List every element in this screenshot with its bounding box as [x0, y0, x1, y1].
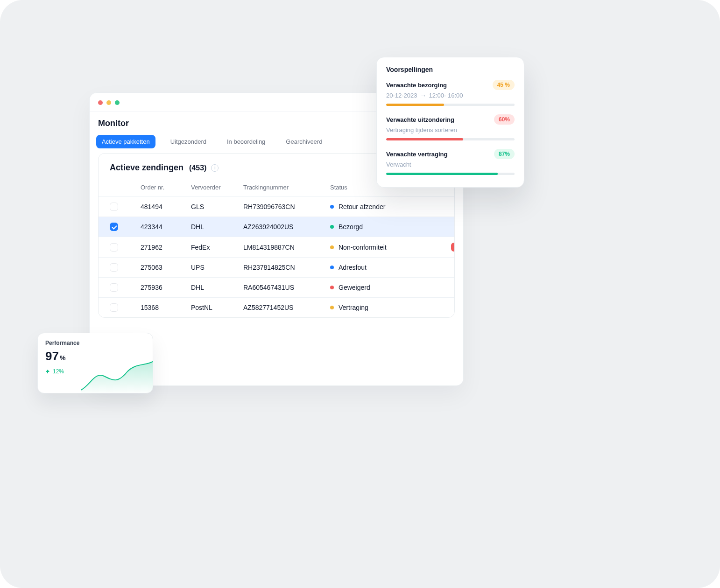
table-row[interactable]: 271962FedExLM814319887CNNon-conformiteit… — [99, 237, 454, 257]
cell-tracking: RH237814825CN — [243, 264, 330, 271]
status-dot-icon — [330, 286, 334, 289]
window-close-button[interactable] — [98, 100, 103, 105]
cell-carrier: FedEx — [191, 244, 243, 251]
prediction-item: Verwachte vertraging87%Verwacht — [386, 149, 515, 175]
status-dot-icon — [330, 306, 334, 309]
prediction-subtext: Vertraging tijdens sorteren — [386, 126, 515, 133]
cell-progress: 3 / 4 — [433, 203, 455, 210]
prediction-subtext: Verwacht — [386, 161, 515, 168]
prediction-progress-bar — [386, 138, 515, 140]
tab-0[interactable]: Actieve pakketten — [96, 135, 155, 148]
predictions-title: Voorspellingen — [386, 66, 515, 73]
prediction-label: Verwachte vertraging — [386, 151, 448, 158]
arrow-up-icon — [45, 369, 50, 374]
row-checkbox[interactable] — [110, 203, 118, 211]
performance-card: Performance 97% 12% — [37, 333, 153, 393]
table-row[interactable]: 481494GLSRH739096763CNRetour afzender3 /… — [99, 196, 454, 217]
status-dot-icon — [330, 205, 334, 209]
prediction-label: Verwachte uitzondering — [386, 116, 454, 123]
cell-order: 271962 — [141, 244, 191, 251]
cell-status: Adresfout — [330, 264, 433, 271]
cell-tracking: AZ582771452US — [243, 304, 330, 311]
col-carrier: Vervoerder — [191, 184, 243, 191]
cell-progress: 1 / 5 — [433, 223, 455, 231]
table-row[interactable]: 15368PostNLAZ582771452USVertraging2 / 4 — [99, 297, 454, 317]
prediction-label: Verwachte bezorging — [386, 82, 447, 89]
table-row[interactable]: 275936DHLRA605467431USGeweigerd1 / 3 — [99, 277, 454, 297]
cell-status: Non-conformiteit — [330, 244, 433, 251]
row-checkbox[interactable] — [110, 243, 118, 252]
window-minimize-button[interactable] — [106, 100, 111, 105]
cell-progress: 6 / 4 — [433, 243, 455, 252]
section-title: Actieve zendingen — [110, 163, 184, 173]
cell-status: Bezorgd — [330, 223, 433, 231]
performance-title: Performance — [45, 340, 145, 346]
cell-status: Retour afzender — [330, 203, 433, 210]
prediction-badge: 45 % — [493, 80, 515, 90]
col-tracking: Trackingnummer — [243, 184, 330, 191]
status-dot-icon — [330, 266, 334, 269]
cell-carrier: DHL — [191, 223, 243, 231]
tab-1[interactable]: Uitgezonderd — [165, 135, 212, 148]
prediction-subtext: 20-12-2023→12:00- 16:00 — [386, 92, 515, 99]
cell-status: Geweigerd — [330, 284, 433, 291]
tab-2[interactable]: In beoordeling — [221, 135, 271, 148]
cell-carrier: PostNL — [191, 304, 243, 311]
status-dot-icon — [330, 225, 334, 229]
cell-tracking: LM814319887CN — [243, 244, 330, 251]
arrow-right-icon: → — [420, 92, 426, 99]
status-dot-icon — [330, 245, 334, 249]
row-checkbox[interactable] — [110, 223, 118, 231]
prediction-progress-bar — [386, 104, 515, 106]
cell-tracking: AZ263924002US — [243, 223, 330, 231]
row-checkbox[interactable] — [110, 303, 118, 312]
cell-order: 423344 — [141, 223, 191, 231]
info-icon[interactable] — [211, 164, 219, 172]
cell-status: Vertraging — [330, 304, 433, 311]
cell-progress: 1 / 4 — [433, 264, 455, 271]
prediction-badge: 60% — [494, 114, 515, 125]
tab-3[interactable]: Gearchiveerd — [280, 135, 328, 148]
cell-order: 275936 — [141, 284, 191, 291]
cell-progress: 2 / 4 — [433, 304, 455, 311]
window-maximize-button[interactable] — [115, 100, 120, 105]
col-order: Order nr. — [141, 184, 191, 191]
section-count: (453) — [189, 164, 206, 172]
prediction-progress-bar — [386, 173, 515, 175]
row-checkbox[interactable] — [110, 283, 118, 292]
cell-progress: 1 / 3 — [433, 284, 455, 291]
table-row[interactable]: 275063UPSRH237814825CNAdresfout1 / 4 — [99, 257, 454, 277]
sparkline-icon — [81, 357, 153, 393]
cell-carrier: GLS — [191, 203, 243, 210]
cell-carrier: UPS — [191, 264, 243, 271]
table-row[interactable]: 423344DHLAZ263924002USBezorgd1 / 5 — [99, 217, 454, 237]
prediction-badge: 87% — [494, 149, 515, 159]
cell-order: 481494 — [141, 203, 191, 210]
cell-tracking: RA605467431US — [243, 284, 330, 291]
predictions-card: Voorspellingen Verwachte bezorging45 %20… — [376, 57, 524, 188]
row-checkbox[interactable] — [110, 263, 118, 272]
cell-tracking: RH739096763CN — [243, 203, 330, 210]
cell-carrier: DHL — [191, 284, 243, 291]
prediction-item: Verwachte bezorging45 %20-12-2023→12:00-… — [386, 80, 515, 106]
prediction-item: Verwachte uitzondering60%Vertraging tijd… — [386, 114, 515, 140]
cell-order: 15368 — [141, 304, 191, 311]
cell-order: 275063 — [141, 264, 191, 271]
